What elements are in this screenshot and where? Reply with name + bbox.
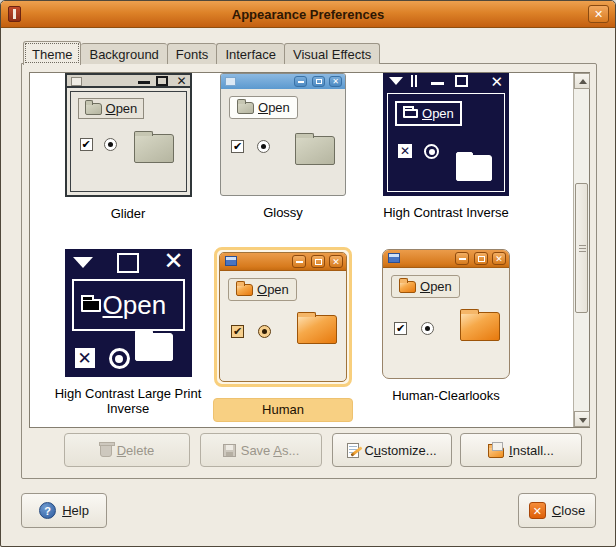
save-as-button[interactable]: Save As...	[200, 433, 322, 467]
save-icon	[223, 444, 236, 457]
folder-icon	[295, 136, 335, 165]
close-icon: ✕	[492, 252, 506, 265]
minimize-icon	[294, 76, 307, 87]
scroll-down-button[interactable]	[574, 411, 590, 427]
scrollbar-grip-icon	[579, 245, 586, 253]
theme-list-scrollbar[interactable]	[573, 73, 589, 427]
window-menu-icon	[389, 77, 403, 85]
delete-button[interactable]: Delete	[64, 433, 190, 467]
folder-icon	[135, 333, 173, 361]
theme-item-high-contrast-inverse[interactable]: ✕ Open ✕ High Contrast Inverse	[366, 73, 526, 220]
install-folder-icon	[488, 447, 504, 458]
open-button: Open	[228, 278, 297, 301]
radio-icon	[104, 138, 117, 151]
tab-visual-effects[interactable]: Visual Effects	[284, 43, 380, 64]
window-menu-icon	[388, 253, 400, 263]
folder-icon	[297, 315, 337, 344]
theme-preview-human-clearlooks[interactable]: ✕ Open ✔	[382, 249, 510, 379]
window-menu-icon	[71, 77, 82, 86]
minimize-icon	[292, 255, 306, 268]
folder-icon	[237, 102, 254, 114]
theme-name: Glider	[53, 206, 203, 221]
scroll-up-button[interactable]	[574, 73, 590, 89]
theme-item-glossy[interactable]: ✕ Open ✔ Glossy	[208, 73, 358, 220]
folder-icon	[399, 281, 416, 293]
theme-preview-human[interactable]: ✕ Open ✔	[219, 252, 347, 382]
preview-titlebar: ✕	[220, 253, 346, 271]
theme-preview-glider[interactable]: ✕ Open ✔	[65, 73, 192, 197]
theme-name: Glossy	[208, 205, 358, 220]
customize-button[interactable]: Customize...	[332, 433, 452, 467]
checkbox-icon: ✔	[80, 138, 93, 151]
radio-icon	[109, 348, 130, 369]
open-button: Open	[391, 275, 460, 298]
open-button: Open	[395, 101, 462, 126]
window-menu-icon	[73, 257, 93, 268]
trash-icon	[100, 444, 112, 457]
theme-item-glider[interactable]: ✕ Open ✔ Glider	[53, 73, 203, 221]
radio-icon	[257, 140, 270, 153]
help-button[interactable]: ? Help	[21, 493, 107, 528]
close-icon: ✕	[163, 247, 183, 275]
tab-bar: Theme Background Fonts Interface Visual …	[23, 40, 380, 64]
minimize-icon	[138, 81, 150, 84]
theme-preview-high-contrast-large-print-inverse[interactable]: ✕ Open ✕	[65, 249, 192, 377]
theme-item-human-clearlooks[interactable]: ✕ Open ✔ Human-Clearlooks	[366, 249, 526, 403]
theme-item-high-contrast-large-print-inverse[interactable]: ✕ Open ✕ High Contrast Large Print Inver…	[53, 249, 203, 416]
window-close-button[interactable]: ✕	[588, 5, 609, 23]
theme-preview-glossy[interactable]: ✕ Open ✔	[220, 73, 346, 196]
preview-titlebar: ✕	[221, 74, 345, 89]
close-button[interactable]: ✕ Close	[518, 493, 596, 528]
folder-icon	[236, 284, 253, 296]
tab-fonts[interactable]: Fonts	[167, 43, 217, 64]
open-button: Open	[78, 98, 145, 119]
checkbox-icon: ✕	[398, 144, 412, 158]
preview-titlebar: ✕	[65, 249, 192, 277]
theme-name: High Contrast Large Print Inverse	[53, 386, 203, 416]
close-icon: ✕	[329, 255, 343, 268]
tab-theme[interactable]: Theme	[23, 41, 81, 65]
close-x-icon: ✕	[529, 502, 546, 519]
theme-name: High Contrast Inverse	[366, 205, 526, 220]
maximize-icon	[117, 253, 139, 273]
preview-titlebar: ✕	[67, 75, 190, 88]
folder-icon	[85, 103, 102, 115]
window-menu-icon	[225, 256, 237, 266]
theme-preview-high-contrast-inverse[interactable]: ✕ Open ✕	[383, 73, 509, 196]
checkbox-icon: ✕	[75, 348, 95, 368]
preview-titlebar: ✕	[383, 73, 509, 90]
checkbox-icon: ✔	[231, 140, 244, 153]
checkbox-icon: ✔	[394, 322, 407, 335]
minimize-icon	[455, 252, 469, 265]
theme-name selected-theme-label: Human	[213, 398, 353, 422]
scrollbar-thumb[interactable]	[575, 183, 588, 313]
arrow-up-icon	[579, 79, 587, 84]
theme-actions-row: Delete Save As... Customize... Install..…	[22, 433, 596, 469]
preview-titlebar: ✕	[383, 250, 509, 268]
close-icon: ✕	[176, 74, 186, 88]
theme-grid: ✕ Open ✔ Glider	[30, 73, 573, 427]
close-icon: ✕	[329, 76, 342, 87]
theme-tab-panel: ✕ Open ✔ Glider	[21, 63, 597, 479]
help-icon: ?	[39, 502, 56, 519]
window-titlebar[interactable]: Appearance Preferences ✕	[1, 1, 615, 28]
folder-icon	[403, 109, 418, 118]
theme-name: Human-Clearlooks	[366, 388, 526, 403]
maximize-icon	[455, 75, 468, 87]
install-button[interactable]: Install...	[460, 433, 582, 467]
radio-icon	[424, 144, 439, 159]
preview-frame: Open ✕	[387, 93, 505, 192]
maximize-icon	[474, 252, 488, 265]
radio-icon	[421, 322, 434, 335]
selected-theme-border: ✕ Open ✔	[214, 247, 352, 387]
tab-interface[interactable]: Interface	[216, 43, 284, 64]
preview-frame: Open ✔	[70, 91, 187, 192]
radio-icon	[258, 325, 271, 338]
window-menu-icon	[225, 77, 236, 86]
folder-icon	[134, 134, 174, 163]
preview-frame: Open	[72, 279, 185, 331]
tab-background[interactable]: Background	[81, 43, 166, 64]
maximize-icon	[156, 76, 168, 86]
maximize-icon	[312, 76, 325, 87]
theme-item-human[interactable]: ✕ Open ✔ Human	[206, 247, 360, 422]
